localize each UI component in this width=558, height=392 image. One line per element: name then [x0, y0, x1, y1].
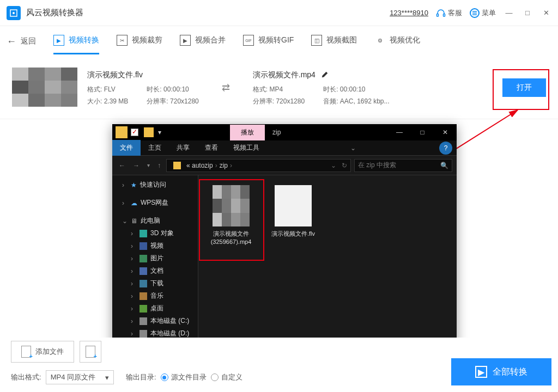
file-label: 演示视频文件.flv: [267, 230, 319, 238]
edit-icon[interactable]: [321, 71, 329, 78]
menu-icon: [470, 8, 480, 18]
file-explorer-window: ▾ 播放 zip — □ ✕ 文件 主页 共享 查看 视频工具 ⌄ ? ← → …: [112, 124, 457, 359]
file-item: 演示视频文件.flv 格式: FLV 大小: 2.39 MB 时长: 00:00…: [0, 57, 558, 119]
input-filename: 演示视频文件.flv: [87, 68, 199, 82]
add-folder-button[interactable]: [80, 341, 101, 363]
add-file-button[interactable]: 添加文件: [11, 341, 74, 363]
optimize-icon: ⚙: [374, 35, 385, 46]
screenshot-icon: ◫: [311, 35, 322, 46]
open-button[interactable]: 打开: [502, 78, 546, 97]
gif-icon: GIF: [243, 35, 254, 46]
support-label: 客服: [448, 8, 462, 18]
explorer-sidebar: ›★快速访问 ›☁WPS网盘 ⌄🖥此电脑 ›3D 对象 ›视频 ›图片 ›文档 …: [112, 175, 198, 346]
output-audio: 音频: AAC, 1692 kbp...: [323, 95, 389, 108]
output-format: 格式: MP4: [253, 83, 305, 96]
back-button[interactable]: ←返回: [7, 36, 36, 47]
tab-screenshot[interactable]: ◫视频截图: [311, 35, 357, 48]
swap-icon: ⇄: [222, 82, 230, 94]
sidebar-disk-c[interactable]: ›本地磁盘 (C:): [112, 315, 198, 327]
output-duration: 时长: 00:00:10: [323, 83, 389, 96]
menu-button[interactable]: 菜单: [470, 8, 496, 18]
input-duration: 时长: 00:00:10: [147, 83, 198, 96]
ribbon-home[interactable]: 主页: [141, 140, 169, 156]
plus-icon: [86, 346, 95, 358]
sidebar-quick-access[interactable]: ›★快速访问: [112, 179, 198, 191]
sidebar-pictures[interactable]: ›图片: [112, 252, 198, 265]
sidebar-music[interactable]: ›音乐: [112, 290, 198, 302]
convert-all-button[interactable]: ▶ 全部转换: [451, 358, 551, 385]
radio-source-dir[interactable]: 源文件目录: [161, 372, 207, 382]
refresh-icon[interactable]: ↻: [342, 162, 347, 169]
input-thumbnail: [12, 68, 77, 107]
output-format-select[interactable]: MP4 同原文件▾: [46, 370, 114, 384]
output-info: 演示视频文件.mp4 格式: MP4 分辨率: 720x1280 时长: 00:…: [253, 68, 390, 108]
file-label: 演示视频文件(3259667).mp4: [205, 230, 257, 247]
title-bar: 风云视频转换器 123****8910 客服 菜单 — □ ✕: [0, 0, 558, 26]
output-format-label: 输出格式:: [11, 372, 41, 382]
sidebar-wps[interactable]: ›☁WPS网盘: [112, 197, 198, 209]
output-dir-label: 输出目录:: [126, 372, 156, 382]
nav-up[interactable]: ↑: [155, 161, 163, 170]
qat-check-icon: [131, 128, 138, 136]
folder-icon: [173, 162, 181, 169]
ribbon-video-tools[interactable]: 视频工具: [226, 140, 267, 156]
explorer-content[interactable]: 演示视频文件(3259667).mp4 演示视频文件.flv: [198, 175, 457, 346]
crop-icon: ✂: [117, 35, 128, 46]
explorer-titlebar[interactable]: ▾ 播放 zip — □ ✕: [112, 124, 457, 140]
nav-back[interactable]: ←: [117, 161, 128, 170]
file-item-mp4[interactable]: 演示视频文件(3259667).mp4: [205, 185, 257, 247]
ribbon-help[interactable]: ?: [439, 142, 452, 155]
search-icon: 🔍: [440, 162, 448, 169]
sidebar-videos[interactable]: ›视频: [112, 240, 198, 252]
support-button[interactable]: 客服: [436, 8, 462, 18]
sidebar-downloads[interactable]: ›下载: [112, 277, 198, 290]
sidebar-this-pc[interactable]: ⌄🖥此电脑: [112, 215, 198, 227]
folder-icon: [116, 126, 128, 138]
explorer-maximize[interactable]: □: [411, 124, 434, 140]
convert-icon: ▶: [53, 35, 64, 46]
maximize-button[interactable]: □: [522, 8, 533, 19]
nav-forward[interactable]: →: [131, 161, 142, 170]
file-item-flv[interactable]: 演示视频文件.flv: [267, 185, 319, 238]
sidebar-desktop[interactable]: ›桌面: [112, 302, 198, 315]
app-title: 风云视频转换器: [26, 8, 83, 18]
window-title: zip: [265, 125, 288, 139]
context-tab-play[interactable]: 播放: [230, 125, 265, 140]
ribbon-file[interactable]: 文件: [112, 140, 141, 156]
ribbon-view[interactable]: 查看: [197, 140, 226, 156]
explorer-search[interactable]: 在 zip 中搜索 🔍: [354, 159, 452, 172]
tab-crop[interactable]: ✂视频裁剪: [117, 35, 162, 48]
account-link[interactable]: 123****8910: [390, 9, 428, 17]
nav-history[interactable]: ▾: [145, 161, 152, 169]
file-thumbnail: [213, 185, 250, 226]
input-size: 大小: 2.39 MB: [87, 95, 128, 108]
breadcrumb[interactable]: « autozip› zip› ⌄ ↻: [166, 159, 351, 172]
svg-rect-2: [437, 14, 439, 16]
explorer-address-bar: ← → ▾ ↑ « autozip› zip› ⌄ ↻ 在 zip 中搜索 🔍: [112, 156, 457, 175]
app-logo: [7, 6, 21, 20]
tab-optimize[interactable]: ⚙视频优化: [374, 35, 420, 48]
explorer-close[interactable]: ✕: [434, 124, 457, 140]
ribbon-expand[interactable]: ⌄: [346, 144, 360, 152]
tab-bar: ←返回 ▶视频转换 ✂视频裁剪 ▶视频合并 GIF视频转GIF ◫视频截图 ⚙视…: [0, 26, 558, 57]
input-format: 格式: FLV: [87, 83, 128, 96]
output-resolution: 分辨率: 720x1280: [253, 95, 305, 108]
output-filename: 演示视频文件.mp4: [253, 68, 316, 82]
tab-gif[interactable]: GIF视频转GIF: [243, 35, 294, 48]
tab-merge[interactable]: ▶视频合并: [180, 35, 226, 48]
menu-label: 菜单: [482, 8, 496, 18]
tab-convert[interactable]: ▶视频转换: [53, 35, 99, 48]
qat-overflow[interactable]: ▾: [158, 128, 161, 136]
ribbon-share[interactable]: 共享: [169, 140, 197, 156]
play-icon: ▶: [475, 366, 487, 378]
radio-custom-dir[interactable]: 自定义: [211, 372, 242, 382]
input-resolution: 分辨率: 720x1280: [147, 95, 198, 108]
sidebar-3d[interactable]: ›3D 对象: [112, 227, 198, 240]
folder-icon-small: [144, 127, 154, 137]
sidebar-documents[interactable]: ›文档: [112, 265, 198, 277]
merge-icon: ▶: [180, 35, 191, 46]
explorer-minimize[interactable]: —: [388, 124, 411, 140]
nav-dropdown[interactable]: ⌄: [331, 162, 336, 169]
close-button[interactable]: ✕: [541, 8, 551, 19]
minimize-button[interactable]: —: [504, 8, 514, 19]
